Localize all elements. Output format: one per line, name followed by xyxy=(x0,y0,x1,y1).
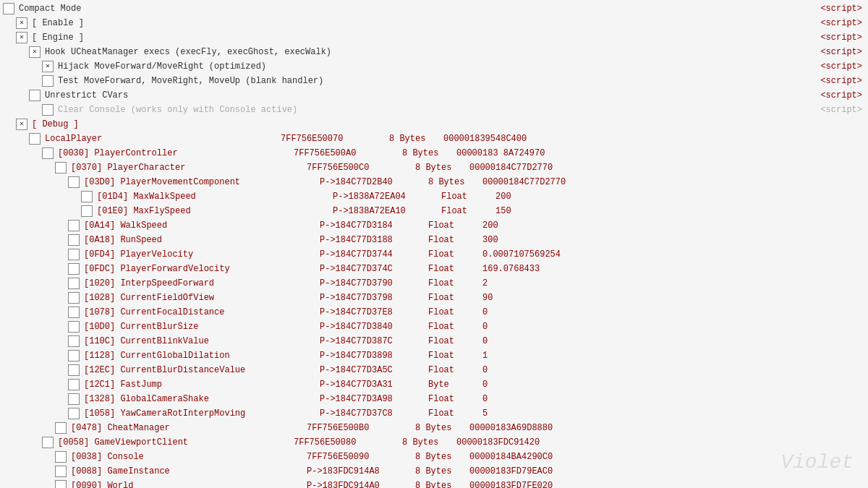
row-name-area: [0FD4] PlayerVelocity xyxy=(81,248,312,261)
row-name-area: Hijack MoveForward/MoveRight (optimized) xyxy=(55,60,286,73)
row-label: [0478] CheatManager xyxy=(71,421,170,435)
checkbox[interactable] xyxy=(42,61,54,72)
row-label: [ Debug ] xyxy=(32,118,79,131)
checkbox[interactable] xyxy=(42,437,54,448)
checkbox[interactable] xyxy=(68,379,80,390)
row-address: P->184C77D3744 xyxy=(312,248,428,261)
row-name-area: [0478] CheatManager xyxy=(68,421,299,435)
row-label: Compact Mode xyxy=(19,2,81,15)
checkbox[interactable] xyxy=(16,32,27,43)
row-address: 7FF756E50070 xyxy=(273,132,389,145)
table-row: Clear Console (works only with Console a… xyxy=(0,103,868,117)
row-name-area: [0A18] RunSpeed xyxy=(81,234,312,247)
row-size: 8 Bytes xyxy=(415,465,469,478)
row-name-area: Unrestrict CVars xyxy=(42,89,273,102)
row-label: [01D4] MaxWalkSpeed xyxy=(97,190,196,203)
table-row: Unrestrict CVars<script> xyxy=(0,88,868,103)
checkbox[interactable] xyxy=(68,393,80,405)
row-label: [1028] CurrentFieldOfView xyxy=(84,291,214,304)
checkbox[interactable] xyxy=(16,119,27,130)
row-size: Float xyxy=(428,407,482,420)
main-container: Compact Mode<script>[ Enable ]<script>[ … xyxy=(0,0,868,488)
row-label: [12C1] FastJump xyxy=(84,378,162,391)
row-label: [0030] PlayerController xyxy=(58,147,178,160)
table-row: [0038] Console7FF756E500908 Bytes0000018… xyxy=(0,450,868,464)
row-value: 2 xyxy=(482,277,613,290)
row-name-area: [12C1] FastJump xyxy=(81,378,312,391)
row-size: Float xyxy=(428,335,482,348)
checkbox[interactable] xyxy=(55,451,67,463)
row-size: Float xyxy=(428,219,482,232)
checkbox[interactable] xyxy=(3,3,14,14)
checkbox[interactable] xyxy=(68,408,80,419)
table-row: LocalPlayer7FF756E500708 Bytes0000018395… xyxy=(0,132,868,146)
checkbox[interactable] xyxy=(68,307,80,318)
table-row: [ Enable ]<script> xyxy=(0,16,868,30)
checkbox[interactable] xyxy=(68,176,80,188)
checkbox[interactable] xyxy=(29,133,41,145)
checkbox[interactable] xyxy=(81,205,93,217)
row-label: [0090] World xyxy=(71,479,133,488)
row-name-area: [0A14] WalkSpeed xyxy=(81,219,312,232)
row-address: P->184C77D3840 xyxy=(312,320,428,333)
row-value: 0.0007107569254 xyxy=(482,248,613,261)
checkbox[interactable] xyxy=(81,191,93,202)
table-row: [1028] CurrentFieldOfViewP->184C77D3798F… xyxy=(0,291,868,305)
row-value: 200 xyxy=(495,190,626,203)
row-name-area: [1128] CurrentGlobalDilation xyxy=(81,349,312,362)
row-script-tag: <script> xyxy=(820,2,867,15)
row-size: 8 Bytes xyxy=(415,479,469,488)
row-address: P->184C77D3898 xyxy=(312,349,428,362)
checkbox[interactable] xyxy=(68,220,80,231)
table-row: [01E0] MaxFlySpeedP->1838A72EA10Float150 xyxy=(0,204,868,218)
row-size: Byte xyxy=(428,378,482,391)
checkbox[interactable] xyxy=(68,234,80,246)
checkbox[interactable] xyxy=(55,162,67,174)
row-size: Float xyxy=(441,190,495,203)
table-row: [0058] GameViewportClient7FF756E500808 B… xyxy=(0,435,868,450)
checkbox[interactable] xyxy=(68,263,80,275)
row-label: Test MoveForward, MoveRight, MoveUp (bla… xyxy=(58,74,323,87)
row-name-area: [0370] PlayerCharacter xyxy=(68,161,299,174)
row-label: [0FDC] PlayerForwardVelocity xyxy=(84,262,230,275)
table-row: [03D0] PlayerMovementComponentP->184C77D… xyxy=(0,175,868,189)
row-name-area: [110C] CurrentBlinkValue xyxy=(81,335,312,348)
checkbox[interactable] xyxy=(68,278,80,289)
checkbox[interactable] xyxy=(42,147,54,159)
row-value: 00000184C77D2770 xyxy=(482,176,613,189)
checkbox[interactable] xyxy=(55,466,67,477)
row-address: 7FF756E50090 xyxy=(299,450,415,463)
table-row: [1128] CurrentGlobalDilationP->184C77D38… xyxy=(0,348,868,363)
checkbox[interactable] xyxy=(42,75,54,87)
checkbox[interactable] xyxy=(68,249,80,260)
checkbox[interactable] xyxy=(29,46,41,58)
checkbox[interactable] xyxy=(68,292,80,304)
row-label: Unrestrict CVars xyxy=(45,89,128,102)
table-row: [01D4] MaxWalkSpeedP->1838A72EA04Float20… xyxy=(0,189,868,204)
row-value: 5 xyxy=(482,407,613,420)
row-value: 0 xyxy=(482,335,613,348)
checkbox[interactable] xyxy=(42,104,54,116)
checkbox[interactable] xyxy=(68,364,80,376)
checkbox[interactable] xyxy=(68,335,80,347)
row-label: [ Enable ] xyxy=(32,17,84,30)
row-value: 0 xyxy=(482,320,613,333)
row-label: [10D0] CurrentBlurSize xyxy=(84,320,198,333)
row-script-tag: <script> xyxy=(820,89,867,102)
checkbox[interactable] xyxy=(68,350,80,361)
table-row: [0478] CheatManager7FF756E500B08 Bytes00… xyxy=(0,421,868,435)
table-row: [1020] InterpSpeedForwardP->184C77D3790F… xyxy=(0,276,868,291)
checkbox[interactable] xyxy=(16,17,27,29)
row-size: Float xyxy=(428,393,482,406)
table-row: [ Debug ] xyxy=(0,117,868,132)
row-name-area: [0038] Console xyxy=(68,450,299,463)
row-script-tag: <script> xyxy=(820,103,867,116)
table-row: [0370] PlayerCharacter7FF756E500C08 Byte… xyxy=(0,160,868,175)
checkbox[interactable] xyxy=(29,90,41,101)
row-label: [0A18] RunSpeed xyxy=(84,234,162,247)
checkbox[interactable] xyxy=(68,321,80,333)
checkbox[interactable] xyxy=(55,422,67,434)
row-address: P->184C77D3790 xyxy=(312,277,428,290)
table-row: Hook UCheatManager execs (execFly, execG… xyxy=(0,45,868,59)
checkbox[interactable] xyxy=(55,480,67,488)
